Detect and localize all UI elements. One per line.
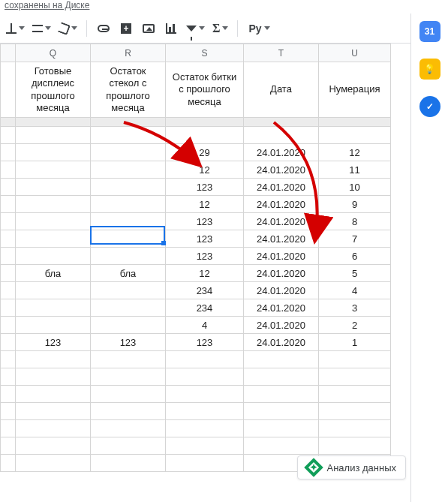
cell[interactable] bbox=[91, 179, 166, 196]
tasks-addon-button[interactable]: ✓ bbox=[419, 96, 440, 117]
cell[interactable]: 8 bbox=[319, 213, 391, 230]
cell[interactable] bbox=[16, 144, 91, 161]
col-letter-S[interactable]: S bbox=[166, 44, 244, 62]
cell[interactable] bbox=[91, 161, 166, 179]
cell[interactable] bbox=[319, 386, 391, 403]
cell[interactable] bbox=[91, 248, 166, 265]
row-stub[interactable] bbox=[1, 317, 16, 334]
cell[interactable]: 123 bbox=[16, 334, 91, 351]
cell[interactable] bbox=[91, 213, 166, 230]
row-stub[interactable] bbox=[1, 213, 16, 230]
insert-image-button[interactable] bbox=[138, 18, 159, 39]
cell[interactable] bbox=[16, 368, 91, 386]
cell[interactable] bbox=[16, 420, 91, 437]
row-stub[interactable] bbox=[1, 265, 16, 282]
cell[interactable] bbox=[91, 437, 166, 455]
cell[interactable] bbox=[244, 403, 319, 420]
cell[interactable] bbox=[16, 455, 91, 472]
cell[interactable]: 24.01.2020 bbox=[244, 265, 319, 282]
cell[interactable]: 24.01.2020 bbox=[244, 248, 319, 265]
header-cell[interactable]: Нумерация bbox=[319, 62, 391, 118]
row-stub[interactable] bbox=[1, 144, 16, 161]
cell[interactable] bbox=[91, 230, 166, 248]
cell[interactable]: 123 bbox=[166, 334, 244, 351]
cell[interactable]: 24.01.2020 bbox=[244, 161, 319, 179]
cell[interactable]: 7 bbox=[319, 230, 391, 248]
cell[interactable]: 24.01.2020 bbox=[244, 282, 319, 299]
cell[interactable]: бла bbox=[91, 265, 166, 282]
cell[interactable]: 2 bbox=[319, 317, 391, 334]
cell[interactable]: 24.01.2020 bbox=[244, 299, 319, 317]
cell[interactable] bbox=[16, 386, 91, 403]
cell[interactable] bbox=[319, 403, 391, 420]
cell[interactable] bbox=[16, 317, 91, 334]
cell[interactable] bbox=[16, 230, 91, 248]
cell[interactable] bbox=[16, 196, 91, 213]
cell[interactable] bbox=[244, 368, 319, 386]
cell[interactable] bbox=[166, 386, 244, 403]
cell[interactable] bbox=[244, 127, 319, 144]
cell[interactable]: 24.01.2020 bbox=[244, 230, 319, 248]
cell[interactable] bbox=[244, 420, 319, 437]
cell[interactable]: 29 bbox=[166, 144, 244, 161]
calendar-addon-button[interactable]: 31 bbox=[419, 21, 440, 42]
cell[interactable] bbox=[91, 317, 166, 334]
cell[interactable]: 10 bbox=[319, 179, 391, 196]
cell[interactable] bbox=[91, 420, 166, 437]
row-stub[interactable] bbox=[1, 351, 16, 368]
save-status-text[interactable]: сохранены на Диске bbox=[0, 0, 448, 14]
row-stub[interactable] bbox=[1, 62, 16, 118]
row-stub[interactable] bbox=[1, 403, 16, 420]
col-letter-U[interactable]: U bbox=[319, 44, 391, 62]
row-stub[interactable] bbox=[1, 420, 16, 437]
filter-button[interactable] bbox=[183, 18, 208, 39]
row-stub[interactable] bbox=[1, 334, 16, 351]
cell[interactable]: 1 bbox=[319, 334, 391, 351]
cell[interactable] bbox=[91, 282, 166, 299]
cell[interactable] bbox=[319, 127, 391, 144]
row-stub[interactable] bbox=[1, 437, 16, 455]
cell[interactable]: 12 bbox=[166, 265, 244, 282]
cell[interactable] bbox=[16, 213, 91, 230]
cell[interactable]: 24.01.2020 bbox=[244, 334, 319, 351]
cell[interactable] bbox=[166, 368, 244, 386]
cell[interactable]: 24.01.2020 bbox=[244, 144, 319, 161]
cell[interactable] bbox=[91, 455, 166, 472]
text-wrap-button[interactable] bbox=[29, 18, 54, 39]
cell[interactable] bbox=[244, 386, 319, 403]
cell[interactable] bbox=[91, 144, 166, 161]
cell[interactable] bbox=[16, 161, 91, 179]
cell[interactable]: 6 bbox=[319, 248, 391, 265]
row-stub[interactable] bbox=[1, 386, 16, 403]
row-stub[interactable] bbox=[1, 455, 16, 472]
row-stub[interactable] bbox=[1, 127, 16, 144]
cell[interactable] bbox=[16, 299, 91, 317]
spreadsheet-grid[interactable]: Q R S T U Готовые дисплеис прошлого меся… bbox=[0, 44, 391, 472]
cell[interactable] bbox=[166, 420, 244, 437]
header-cell[interactable]: Остаток битки с прошлого месяца bbox=[166, 62, 244, 118]
text-rotation-button[interactable] bbox=[56, 18, 80, 39]
insert-link-button[interactable] bbox=[93, 18, 114, 39]
cell[interactable]: бла bbox=[16, 265, 91, 282]
cell[interactable]: 5 bbox=[319, 265, 391, 282]
header-cell[interactable]: Дата bbox=[244, 62, 319, 118]
col-stub[interactable] bbox=[1, 44, 16, 62]
cell[interactable] bbox=[166, 127, 244, 144]
header-cell[interactable]: Остаток стекол с прошлого месяца bbox=[91, 62, 166, 118]
cell[interactable]: 24.01.2020 bbox=[244, 196, 319, 213]
row-stub[interactable] bbox=[1, 179, 16, 196]
cell[interactable] bbox=[16, 403, 91, 420]
cell[interactable] bbox=[319, 368, 391, 386]
cell[interactable] bbox=[91, 368, 166, 386]
cell[interactable]: 123 bbox=[166, 213, 244, 230]
header-cell[interactable]: Готовые дисплеис прошлого месяца bbox=[16, 62, 91, 118]
functions-button[interactable]: Σ bbox=[209, 18, 231, 39]
col-letter-Q[interactable]: Q bbox=[16, 44, 91, 62]
vertical-align-button[interactable] bbox=[3, 18, 28, 39]
col-letter-T[interactable]: T bbox=[244, 44, 319, 62]
cell[interactable] bbox=[244, 437, 319, 455]
cell[interactable] bbox=[166, 351, 244, 368]
cell[interactable] bbox=[16, 179, 91, 196]
insert-comment-button[interactable]: + bbox=[116, 18, 137, 39]
cell[interactable] bbox=[16, 127, 91, 144]
